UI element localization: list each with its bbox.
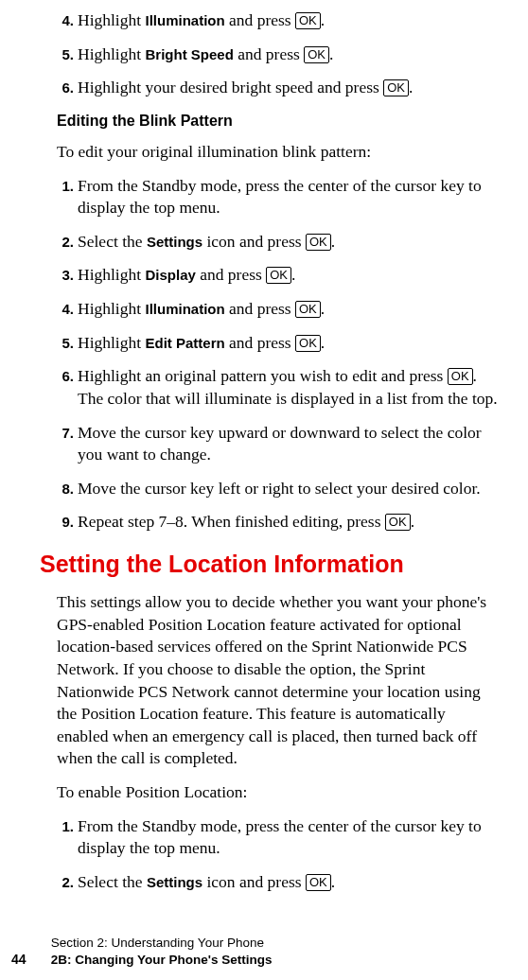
text: icon and press (202, 232, 306, 251)
step-number: 2. (57, 231, 78, 254)
ok-key-icon: OK (295, 335, 321, 352)
step-body: Move the cursor key upward or downward t… (78, 422, 498, 466)
list-item: 8. Move the cursor key left or right to … (57, 478, 498, 500)
blink-pattern-heading: Editing the Blink Pattern (40, 113, 498, 130)
ui-term: Illumination (145, 301, 224, 317)
step-number: 5. (57, 332, 78, 355)
step-body: Highlight Edit Pattern and press OK. (78, 332, 498, 355)
text: . (331, 872, 335, 891)
ui-term: Display (145, 267, 195, 283)
ui-term: Illumination (145, 12, 224, 28)
list-item: 6. Highlight your desired bright speed a… (57, 77, 498, 99)
text: and press (225, 333, 295, 352)
text: and press (225, 299, 295, 318)
ui-term: Settings (147, 874, 202, 890)
step-body: Highlight Bright Speed and press OK. (78, 44, 498, 66)
list-item: 5. Highlight Bright Speed and press OK. (57, 44, 498, 66)
text: and press (234, 44, 304, 63)
step-body: Highlight your desired bright speed and … (78, 77, 498, 99)
step-body: Highlight Illumination and press OK. (78, 9, 498, 32)
blink-steps-list: 1. From the Standby mode, press the cent… (57, 175, 498, 534)
text: Highlight (78, 265, 145, 284)
step-body: From the Standby mode, press the center … (78, 815, 498, 860)
step-body: Move the cursor key left or right to sel… (78, 478, 498, 500)
list-item: 4. Highlight Illumination and press OK. (57, 298, 498, 321)
ok-key-icon: OK (306, 234, 331, 251)
text: . (411, 512, 414, 531)
step-number: 9. (57, 511, 78, 534)
footer-line2: 2B: Changing Your Phone's Settings (51, 953, 273, 967)
step-body: Select the Settings icon and press OK. (78, 871, 498, 894)
page: 4. Highlight Illumination and press OK. … (0, 0, 528, 980)
step-body: From the Standby mode, press the center … (78, 175, 498, 219)
text: . (321, 299, 325, 318)
footer-line1: Section 2: Understanding Your Phone (51, 936, 264, 950)
ok-key-icon: OK (266, 267, 291, 284)
step-body: Highlight Display and press OK. (78, 264, 498, 287)
text: . (321, 10, 325, 29)
enable-intro: To enable Position Location: (40, 781, 498, 804)
enable-steps-list: 1. From the Standby mode, press the cent… (57, 815, 498, 894)
list-item: 3. Highlight Display and press OK. (57, 264, 498, 287)
list-item: 7. Move the cursor key upward or downwar… (57, 422, 498, 466)
ok-key-icon: OK (304, 46, 329, 63)
list-item: 6. Highlight an original pattern you wis… (57, 365, 498, 410)
text: The color that will illuminate is displa… (78, 389, 498, 408)
ui-term: Settings (147, 234, 202, 250)
list-item: 4. Highlight Illumination and press OK. (57, 9, 498, 32)
text: Select the (78, 872, 147, 891)
ok-key-icon: OK (448, 368, 473, 385)
text: . (409, 78, 413, 96)
list-item: 1. From the Standby mode, press the cent… (57, 175, 498, 219)
step-number: 8. (57, 478, 78, 500)
text: Highlight your desired bright speed and … (78, 78, 383, 96)
text: Highlight (78, 333, 145, 352)
step-number: 5. (57, 44, 78, 66)
text: and press (225, 10, 295, 29)
step-number: 1. (57, 815, 78, 860)
pre-steps-block: 4. Highlight Illumination and press OK. … (40, 9, 498, 99)
step-number: 7. (57, 422, 78, 466)
list-item: 2. Select the Settings icon and press OK… (57, 231, 498, 254)
step-number: 2. (57, 871, 78, 894)
step-body: Highlight Illumination and press OK. (78, 298, 498, 321)
list-item: 5. Highlight Edit Pattern and press OK. (57, 332, 498, 355)
text: Highlight (78, 299, 145, 318)
ok-key-icon: OK (306, 874, 331, 891)
ok-key-icon: OK (295, 301, 321, 318)
step-body: Highlight an original pattern you wish t… (78, 365, 498, 410)
blink-steps-block: 1. From the Standby mode, press the cent… (40, 175, 498, 534)
footer-text: Section 2: Understanding Your Phone 2B: … (51, 935, 273, 969)
pre-steps-list: 4. Highlight Illumination and press OK. … (57, 9, 498, 99)
ok-key-icon: OK (295, 12, 321, 29)
text: . (291, 265, 295, 284)
enable-steps-block: 1. From the Standby mode, press the cent… (40, 815, 498, 894)
page-footer: 44 Section 2: Understanding Your Phone 2… (11, 935, 498, 969)
section-paragraph: This settings allow you to decide whethe… (40, 591, 498, 770)
text: . (321, 333, 325, 352)
text: . (473, 366, 477, 385)
list-item: 2. Select the Settings icon and press OK… (57, 871, 498, 894)
section-title: Setting the Location Information (40, 551, 498, 578)
text: Repeat step 7–8. When finished editing, … (78, 512, 385, 531)
text: icon and press (202, 872, 306, 891)
step-number: 1. (57, 175, 78, 219)
text: Highlight an original pattern you wish t… (78, 366, 448, 385)
ok-key-icon: OK (383, 79, 409, 96)
text: . (329, 44, 333, 63)
text: Highlight (78, 44, 145, 63)
list-item: 1. From the Standby mode, press the cent… (57, 815, 498, 860)
text: and press (196, 265, 266, 284)
blink-intro: To edit your original illumination blink… (40, 141, 498, 164)
step-number: 4. (57, 9, 78, 32)
ui-term: Edit Pattern (145, 335, 224, 351)
list-item: 9. Repeat step 7–8. When finished editin… (57, 511, 498, 534)
page-number: 44 (11, 951, 47, 969)
ui-term: Bright Speed (145, 46, 233, 62)
step-number: 3. (57, 264, 78, 287)
step-body: Repeat step 7–8. When finished editing, … (78, 511, 498, 534)
ok-key-icon: OK (385, 514, 411, 531)
step-number: 6. (57, 365, 78, 410)
text: Highlight (78, 10, 145, 29)
step-number: 6. (57, 77, 78, 99)
